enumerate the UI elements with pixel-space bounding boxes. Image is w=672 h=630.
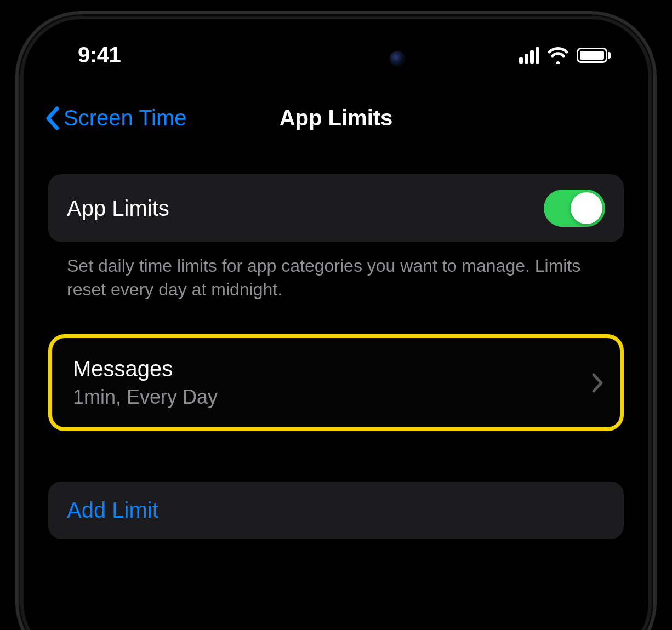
add-limit-label: Add Limit <box>67 498 158 522</box>
app-limits-toggle-label: App Limits <box>67 196 169 221</box>
limits-list: Messages 1min, Every Day <box>48 334 624 431</box>
front-camera-icon <box>390 51 405 66</box>
back-button[interactable]: Screen Time <box>45 106 187 130</box>
back-label: Screen Time <box>64 106 187 130</box>
side-button-power <box>656 370 657 480</box>
wifi-icon <box>547 47 569 64</box>
battery-icon <box>577 48 611 63</box>
app-limits-toggle[interactable] <box>544 190 605 227</box>
side-button-volume-up <box>15 343 16 409</box>
dynamic-island <box>254 39 418 78</box>
screen: 9:41 <box>29 24 643 630</box>
page-title: App Limits <box>280 106 393 130</box>
app-limits-footer-text: Set daily time limits for app categories… <box>48 242 624 301</box>
side-button-silence <box>15 255 16 294</box>
status-indicators <box>519 47 611 64</box>
limit-row-messages[interactable]: Messages 1min, Every Day <box>48 334 624 431</box>
content-area: App Limits Set daily time limits for app… <box>29 141 643 539</box>
app-limits-toggle-row[interactable]: App Limits <box>48 174 624 242</box>
cellular-signal-icon <box>519 47 539 64</box>
toggle-knob <box>571 192 602 224</box>
add-limit-group: Add Limit <box>48 482 624 539</box>
side-button-volume-down <box>15 474 16 540</box>
add-limit-button[interactable]: Add Limit <box>48 482 624 539</box>
chevron-left-icon <box>45 106 59 130</box>
navigation-bar: Screen Time App Limits <box>29 73 643 141</box>
limit-subtitle: 1min, Every Day <box>73 386 218 409</box>
phone-frame: 9:41 <box>15 11 657 630</box>
limit-title: Messages <box>73 357 218 381</box>
app-limits-toggle-group: App Limits <box>48 174 624 242</box>
chevron-right-icon <box>591 373 603 393</box>
status-time: 9:41 <box>78 43 121 67</box>
